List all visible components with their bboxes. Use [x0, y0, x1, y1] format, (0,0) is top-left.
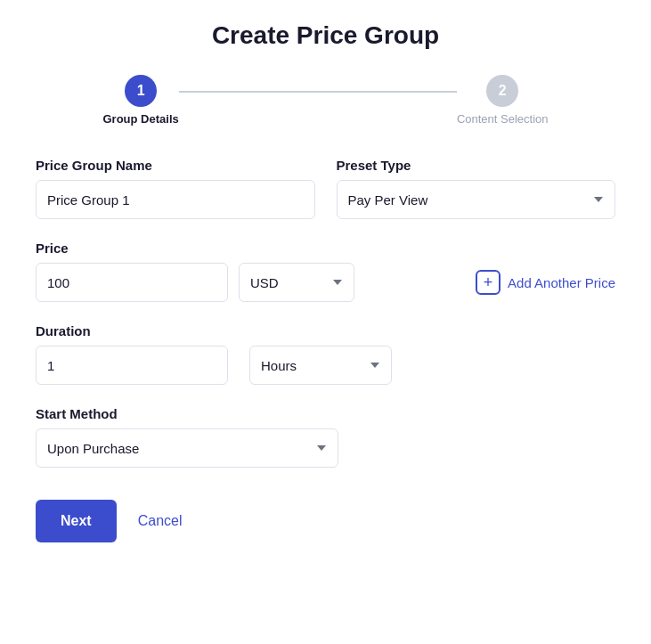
start-method-section-label: Start Method — [36, 406, 615, 421]
price-currency-group: USD EUR GBP — [239, 263, 354, 302]
form-row-price: USD EUR GBP + Add Another Price — [36, 263, 615, 302]
duration-value-input[interactable] — [36, 346, 228, 385]
currency-select[interactable]: USD EUR GBP — [239, 263, 354, 302]
step-1-label: Group Details — [103, 112, 179, 126]
step-1-circle: 1 — [125, 75, 157, 107]
start-method-select[interactable]: Upon Purchase Scheduled Manual — [36, 428, 338, 468]
button-row: Next Cancel — [36, 500, 615, 542]
step-1: 1 Group Details — [103, 75, 179, 126]
page-title: Create Price Group — [212, 21, 439, 50]
price-group-name-label: Price Group Name — [36, 158, 315, 173]
price-amount-group — [36, 263, 228, 302]
form-row-start-method: Upon Purchase Scheduled Manual — [36, 428, 615, 468]
preset-type-group: Preset Type Pay Per View Subscription Fr… — [337, 158, 616, 219]
form-row-name-preset: Price Group Name Preset Type Pay Per Vie… — [36, 158, 615, 219]
add-price-icon: + — [476, 270, 500, 295]
preset-type-select[interactable]: Pay Per View Subscription Free — [337, 180, 616, 219]
duration-unit-select-wrapper: Hours Days Weeks Months — [249, 346, 392, 385]
next-button[interactable]: Next — [36, 500, 117, 542]
duration-value-group — [36, 346, 228, 385]
cancel-button[interactable]: Cancel — [131, 500, 190, 542]
form-row-duration: Hours Days Weeks Months — [36, 346, 615, 385]
preset-type-select-wrapper: Pay Per View Subscription Free — [337, 180, 616, 219]
duration-section-label: Duration — [36, 323, 615, 338]
price-section-label: Price — [36, 240, 615, 256]
add-another-price-label: Add Another Price — [508, 275, 615, 290]
step-2: 2 Content Selection — [457, 75, 549, 126]
price-group-name-input[interactable] — [36, 180, 315, 219]
price-inputs-row: USD EUR GBP — [36, 263, 454, 302]
currency-select-wrapper: USD EUR GBP — [239, 263, 354, 302]
start-method-group: Upon Purchase Scheduled Manual — [36, 428, 338, 468]
price-amount-input[interactable] — [36, 263, 228, 302]
step-2-label: Content Selection — [457, 112, 549, 126]
stepper: 1 Group Details 2 Content Selection — [103, 75, 549, 126]
duration-unit-select[interactable]: Hours Days Weeks Months — [249, 346, 392, 385]
form-container: Price Group Name Preset Type Pay Per Vie… — [36, 158, 615, 542]
add-another-price-button[interactable]: + Add Another Price — [476, 263, 615, 302]
price-group-name-group: Price Group Name — [36, 158, 315, 219]
start-method-select-wrapper: Upon Purchase Scheduled Manual — [36, 428, 338, 468]
step-2-circle: 2 — [486, 75, 518, 107]
duration-unit-group: Hours Days Weeks Months — [249, 346, 392, 385]
step-connector — [179, 91, 457, 93]
preset-type-label: Preset Type — [337, 158, 616, 173]
